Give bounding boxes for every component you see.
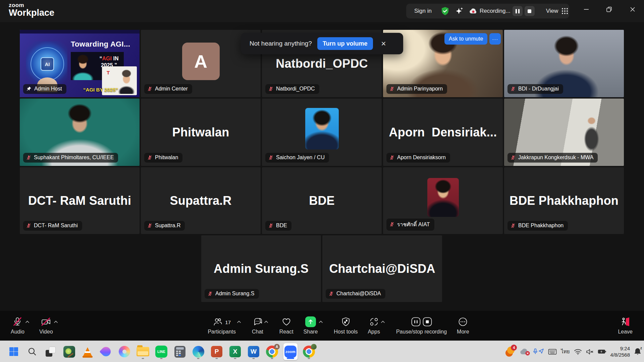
- mic-in-use-location-icon[interactable]: [533, 348, 544, 355]
- slide-title: Towarding AGI...: [71, 40, 130, 49]
- participant-tile-admin-host[interactable]: AI Towarding AGI... “AGI IN 2025 ” “AGI …: [20, 30, 140, 97]
- share-button[interactable]: Share: [304, 316, 318, 335]
- excel-icon[interactable]: X: [228, 343, 242, 360]
- participant-tile[interactable]: DCT- RaM Saruthi DCT- RaM Saruthi: [20, 167, 140, 234]
- zoom-app-icon[interactable]: zoom: [283, 343, 298, 360]
- file-explorer-icon[interactable]: [136, 343, 150, 360]
- paint-icon[interactable]: [99, 343, 113, 360]
- task-view-icon[interactable]: [44, 343, 58, 360]
- system-tray: 4 ไทย 9:24: [505, 341, 641, 362]
- participant-tile[interactable]: ราชศักดิ์ AIAT: [383, 167, 503, 234]
- view-button[interactable]: View: [546, 8, 558, 14]
- tesla-logo: T: [107, 70, 110, 75]
- clock[interactable]: 9:24 4/8/2568: [610, 345, 630, 358]
- participant-tile[interactable]: BDI - DrDuangjai: [504, 30, 624, 97]
- participant-name-label: Phitwalan: [155, 155, 178, 161]
- musk-face: [117, 69, 136, 94]
- powerpoint-icon[interactable]: P: [210, 343, 224, 360]
- onedrive-error-icon[interactable]: [520, 348, 529, 355]
- meeting-toolbar: Audio Video 17: [0, 311, 644, 341]
- ai-hologram-graphic: AI: [26, 41, 67, 91]
- participant-name-label: Jakkrapun Kongkerdsuk - MWA: [518, 155, 593, 161]
- apps-options-chevron-icon[interactable]: [380, 319, 386, 325]
- video-options-chevron-icon[interactable]: [53, 319, 59, 325]
- participants-button[interactable]: 17 Participants: [208, 316, 236, 335]
- start-button[interactable]: [7, 343, 21, 360]
- ai-companion-sparkle-icon[interactable]: [455, 7, 464, 15]
- chrome-icon[interactable]: A: [265, 343, 279, 360]
- audio-notification-banner: Not hearing anything? Turn up volume ✕: [241, 33, 403, 54]
- more-options-button[interactable]: ···: [489, 33, 501, 45]
- participant-tile[interactable]: BDE Phakkhaphon BDE Phakkhaphon: [504, 167, 624, 234]
- vlc-icon[interactable]: [80, 343, 95, 360]
- stop-recording-button[interactable]: [525, 6, 535, 16]
- security-shield-icon[interactable]: [441, 7, 449, 15]
- sign-in-button[interactable]: Sign in: [414, 8, 432, 14]
- video-button[interactable]: Video: [39, 316, 53, 335]
- search-icon[interactable]: [25, 343, 39, 360]
- view-grid-icon[interactable]: [561, 8, 568, 14]
- muted-mic-icon: [268, 86, 273, 92]
- participants-options-chevron-icon[interactable]: [236, 319, 242, 325]
- ask-to-unmute-button[interactable]: Ask to unmute: [444, 33, 487, 45]
- audio-button[interactable]: Audio: [11, 316, 24, 335]
- participant-tile[interactable]: Aporn Densiriak... Aporn Densiriaksorn: [383, 99, 503, 166]
- volume-muted-icon[interactable]: [586, 349, 594, 355]
- leave-button[interactable]: Leave: [618, 316, 633, 335]
- participant-tile[interactable]: Phitwalan Phitwalan: [141, 99, 261, 166]
- muted-mic-icon: [208, 291, 213, 296]
- calculator-icon[interactable]: [173, 343, 187, 360]
- word-icon[interactable]: W: [247, 343, 261, 360]
- participant-tile[interactable]: BDE BDE: [262, 167, 382, 234]
- touch-keyboard-icon[interactable]: [548, 349, 557, 355]
- react-button[interactable]: React: [279, 316, 293, 335]
- participant-tile[interactable]: Suphakant Phimoltares, CU/IEEE: [20, 99, 140, 166]
- participant-tile[interactable]: Admin Surang.S Admin Surang.S: [201, 235, 321, 302]
- muted-mic-icon: [511, 155, 516, 160]
- muted-mic-icon: [511, 223, 516, 228]
- more-ellipsis-icon: [458, 316, 468, 327]
- host-tools-button[interactable]: Host tools: [334, 316, 358, 335]
- taskbar-apps: LINE P X W A zoom: [7, 341, 316, 362]
- participant-nameplate: Jakkrapun Kongkerdsuk - MWA: [507, 153, 598, 163]
- edge-icon[interactable]: [191, 343, 205, 360]
- copilot-icon[interactable]: [117, 343, 131, 360]
- more-button[interactable]: More: [457, 316, 469, 335]
- participant-tile[interactable]: Chartchai@DiSDA Chartchai@DiSDA: [322, 235, 442, 302]
- participant-tile[interactable]: Jakkrapun Kongkerdsuk - MWA: [504, 99, 624, 166]
- battery-charging-icon[interactable]: [598, 349, 606, 354]
- pause-stop-recording-button[interactable]: Pause/stop recording: [396, 316, 447, 335]
- participant-nameplate: Supattra.R: [144, 221, 185, 231]
- audio-options-chevron-icon[interactable]: [24, 319, 31, 325]
- participant-tile[interactable]: Saichon Jaiyen / CU: [262, 99, 382, 166]
- chat-button[interactable]: Chat: [252, 316, 263, 335]
- share-label: Share: [304, 329, 318, 335]
- minimize-button[interactable]: [578, 0, 595, 19]
- participants-label: Participants: [208, 329, 236, 335]
- restore-button[interactable]: [600, 0, 618, 19]
- wifi-icon[interactable]: [574, 349, 582, 355]
- participants-icon: [213, 317, 223, 327]
- zoom-meeting-window: zoom Workplace Sign in Recording... View: [0, 0, 644, 362]
- pause-recording-icon[interactable]: [411, 317, 421, 327]
- notification-count-badge: 4: [511, 345, 517, 351]
- language-indicator[interactable]: ไทย: [561, 348, 570, 356]
- muted-camera-icon: [41, 316, 51, 327]
- share-options-chevron-icon[interactable]: [318, 319, 324, 325]
- notification-app-icon[interactable]: 4: [505, 347, 516, 357]
- photo-editor-icon[interactable]: [62, 343, 76, 360]
- line-icon[interactable]: LINE: [154, 343, 168, 360]
- chrome-profile-badge: A: [274, 344, 280, 350]
- altman-face: [71, 52, 95, 80]
- chrome-profile2-icon[interactable]: [302, 343, 316, 360]
- apps-button[interactable]: Apps: [368, 316, 380, 335]
- stop-recording-icon[interactable]: [422, 317, 432, 327]
- pause-recording-button[interactable]: [513, 6, 523, 16]
- notification-bell-dnd-icon[interactable]: z: [634, 348, 641, 356]
- participant-nameplate: Suphakant Phimoltares, CU/IEEE: [23, 153, 118, 163]
- chat-options-chevron-icon[interactable]: [263, 319, 269, 325]
- close-button[interactable]: [624, 0, 641, 19]
- turn-up-volume-button[interactable]: Turn up volume: [317, 37, 373, 50]
- banner-close-icon[interactable]: ✕: [379, 40, 388, 48]
- participant-tile[interactable]: Supattra.R Supattra.R: [141, 167, 261, 234]
